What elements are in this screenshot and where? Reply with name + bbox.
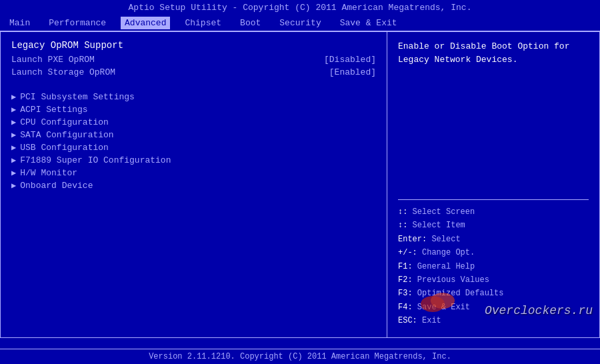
arrow-icon: ▶ — [11, 105, 16, 115]
title-text: Aptio Setup Utility - Copyright (C) 2011… — [129, 3, 472, 13]
watermark: Overclockers.ru — [419, 284, 593, 317]
arrow-icon: ▶ — [11, 130, 16, 140]
section-title: Legacy OpROM Support — [11, 40, 376, 51]
menu-bar: Main Performance Advanced Chipset Boot S… — [0, 15, 600, 31]
menu-save-exit[interactable]: Save & Exit — [336, 17, 401, 29]
menu-security[interactable]: Security — [275, 17, 325, 29]
footer-text: Version 2.11.1210. Copyright (C) 2011 Am… — [149, 352, 451, 361]
list-item-sata[interactable]: ▶ SATA Configuration — [11, 129, 376, 141]
list-item-cpu[interactable]: ▶ CPU Configuration — [11, 116, 376, 129]
menu-main[interactable]: Main — [5, 17, 34, 29]
menu-boot[interactable]: Boot — [236, 17, 265, 29]
arrow-icon: ▶ — [11, 92, 16, 102]
right-panel: Enable or Disable Boot Option for Legacy… — [387, 32, 599, 337]
arrow-icon: ▶ — [11, 168, 16, 178]
menu-list: ▶ PCI Subsystem Settings ▶ ACPI Settings… — [11, 91, 376, 192]
setting-row-pxe: Launch PXE OpROM [Disabled] — [11, 55, 376, 65]
arrow-icon: ▶ — [11, 181, 16, 191]
setting-value-storage[interactable]: [Enabled] — [329, 67, 376, 77]
menu-performance[interactable]: Performance — [45, 17, 110, 29]
arrow-icon: ▶ — [11, 155, 16, 165]
list-item-onboard[interactable]: ▶ Onboard Device — [11, 179, 376, 192]
content-area: Legacy OpROM Support Launch PXE OpROM [D… — [0, 31, 600, 338]
list-item-usb[interactable]: ▶ USB Configuration — [11, 141, 376, 154]
left-panel: Legacy OpROM Support Launch PXE OpROM [D… — [1, 32, 387, 337]
list-item-pci[interactable]: ▶ PCI Subsystem Settings — [11, 91, 376, 103]
help-text: Enable or Disable Boot Option for Legacy… — [398, 40, 589, 66]
list-item-hwmonitor[interactable]: ▶ H/W Monitor — [11, 167, 376, 179]
menu-chipset[interactable]: Chipset — [181, 17, 225, 29]
arrow-icon: ▶ — [11, 117, 16, 127]
list-item-acpi[interactable]: ▶ ACPI Settings — [11, 103, 376, 116]
title-bar: Aptio Setup Utility - Copyright (C) 2011… — [0, 0, 600, 15]
list-item-f71889[interactable]: ▶ F71889 Super IO Configuration — [11, 154, 376, 167]
menu-advanced[interactable]: Advanced — [121, 17, 170, 29]
setting-label-storage: Launch Storage OpROM — [11, 67, 115, 77]
setting-row-storage: Launch Storage OpROM [Enabled] — [11, 67, 376, 77]
setting-value-pxe[interactable]: [Disabled] — [324, 55, 376, 65]
arrow-icon: ▶ — [11, 143, 16, 153]
footer: Version 2.11.1210. Copyright (C) 2011 Am… — [0, 349, 600, 364]
svg-point-1 — [431, 293, 455, 309]
setting-label-pxe: Launch PXE OpROM — [11, 55, 95, 65]
watermark-text: Overclockers.ru — [485, 304, 593, 317]
